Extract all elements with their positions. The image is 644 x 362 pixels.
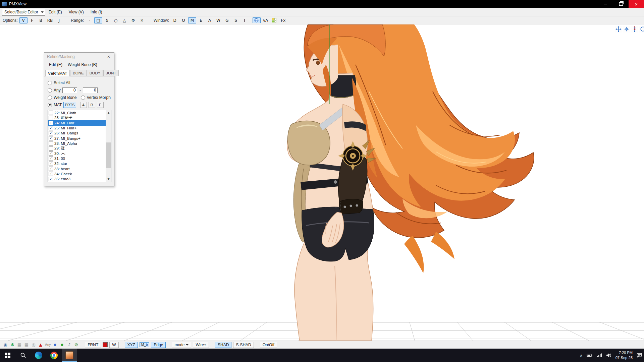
volume-icon[interactable] xyxy=(606,353,611,358)
range-circle-button[interactable]: ○ xyxy=(112,17,120,23)
material-row[interactable]: 31: 00 xyxy=(48,156,106,161)
tab-body[interactable]: BODY xyxy=(87,70,103,76)
mb-toggle-button[interactable]: M_b xyxy=(140,342,149,347)
range-square-button[interactable]: □ xyxy=(94,17,102,23)
material-checkbox[interactable] xyxy=(49,157,53,161)
material-row[interactable]: 23: 前裙子 xyxy=(48,115,106,120)
options-b-button[interactable]: B xyxy=(37,17,45,23)
panel-menu-weight-bone[interactable]: Weight Bone (B) xyxy=(66,62,99,68)
titlebar[interactable]: PMXView × xyxy=(0,0,644,8)
scroll-up-icon[interactable]: ▲ xyxy=(106,110,111,115)
vertex-dot-blue-icon[interactable]: ● xyxy=(52,343,58,346)
taskbar-app-chrome[interactable] xyxy=(46,349,62,362)
mode-dropdown[interactable]: mode xyxy=(172,342,191,348)
taskbar-clock[interactable]: 7:20 PM 07-Sep-25 xyxy=(615,350,633,360)
window-a-button[interactable]: A xyxy=(206,17,214,23)
tab-vert-mat[interactable]: VERT/MAT xyxy=(45,70,70,76)
any-radio[interactable] xyxy=(48,88,52,93)
view-center-icon[interactable]: ◉ xyxy=(3,343,8,347)
material-list-scrollbar[interactable]: ▲ ▼ xyxy=(106,110,111,182)
battery-icon[interactable] xyxy=(587,353,593,357)
sphere-axis-icon[interactable] xyxy=(253,17,261,23)
menu-info[interactable]: Info (I) xyxy=(87,9,106,15)
panel-close-icon[interactable]: × xyxy=(106,54,111,59)
window-o-button[interactable]: O xyxy=(179,17,187,23)
material-row[interactable]: 32: star xyxy=(48,161,106,166)
range-x-button[interactable]: × xyxy=(138,17,146,23)
material-row[interactable]: 35: emo3 xyxy=(48,176,106,181)
material-checkbox[interactable] xyxy=(49,172,53,176)
material-row[interactable]: 33: heart xyxy=(48,166,106,171)
xyz-toggle-button[interactable]: XYZ xyxy=(125,342,138,348)
snap-asterisk-icon[interactable]: ✻ xyxy=(10,343,15,347)
fx-button[interactable]: Fx xyxy=(279,17,287,23)
options-j-button[interactable]: J xyxy=(55,17,63,23)
range-phi-button[interactable]: Φ xyxy=(129,17,137,23)
options-f-button[interactable]: F xyxy=(28,17,36,23)
window-d-button[interactable]: D xyxy=(171,17,179,23)
tab-bone[interactable]: BONE xyxy=(70,70,87,76)
range-dot-button[interactable]: · xyxy=(86,17,94,23)
network-icon[interactable] xyxy=(597,353,602,357)
range-triangle-button[interactable]: △ xyxy=(120,17,128,23)
front-view-button[interactable]: FRNT xyxy=(85,342,101,348)
gear-icon[interactable]: ⚙ xyxy=(73,343,79,347)
scroll-down-icon[interactable]: ▼ xyxy=(106,177,111,182)
gizmo-rotate-icon[interactable] xyxy=(639,26,644,33)
circle-tool-icon[interactable]: ◎ xyxy=(31,343,36,347)
material-row[interactable]: 28: MI_Alpha xyxy=(48,141,106,146)
material-checkbox[interactable] xyxy=(49,121,53,125)
restore-button[interactable] xyxy=(613,0,629,8)
va-button[interactable]: vA xyxy=(261,17,270,23)
material-checkbox[interactable] xyxy=(49,131,53,135)
uv-grid-icon[interactable] xyxy=(270,17,278,23)
window-s-button[interactable]: S xyxy=(232,17,240,23)
gizmo-scale-icon[interactable] xyxy=(631,26,638,33)
window-g-button[interactable]: G xyxy=(223,17,231,23)
select-all-radio[interactable] xyxy=(48,81,52,85)
wire-toggle-button[interactable]: Wire+ xyxy=(193,342,209,348)
any-max-input[interactable] xyxy=(83,87,98,93)
material-row[interactable]: 22: MI_Cloth xyxy=(48,110,106,115)
panel-titlebar[interactable]: Refine/Masking × xyxy=(44,53,114,61)
options-v-button[interactable]: V xyxy=(19,17,28,23)
gizmo-pan-icon[interactable] xyxy=(623,26,630,33)
square-tool-icon-2[interactable]: ▦ xyxy=(24,343,29,347)
material-checkbox[interactable] xyxy=(49,111,53,115)
minimize-button[interactable] xyxy=(598,0,613,8)
material-checkbox[interactable] xyxy=(49,116,53,120)
mat-radio[interactable] xyxy=(48,103,52,107)
window-w-button[interactable]: W xyxy=(214,17,222,23)
mat-e-button[interactable]: E xyxy=(97,102,104,108)
weight-bone-radio[interactable] xyxy=(48,96,52,100)
material-checkbox[interactable] xyxy=(49,167,53,171)
bone-color-swatch[interactable] xyxy=(103,342,108,347)
vertex-dot-green-icon[interactable]: ● xyxy=(59,343,65,346)
prts-button[interactable]: PRTS xyxy=(63,102,76,108)
search-button[interactable] xyxy=(15,349,31,362)
note-icon[interactable]: ♪ xyxy=(66,343,72,347)
material-checkbox[interactable] xyxy=(49,162,53,166)
material-checkbox[interactable] xyxy=(49,141,53,145)
panel-menu-edit[interactable]: Edit (E) xyxy=(47,62,64,68)
square-tool-icon[interactable]: ▦ xyxy=(17,343,22,347)
mat-r-button[interactable]: R xyxy=(89,102,95,108)
editor-mode-select[interactable]: Select/Basic Editor xyxy=(2,9,45,16)
material-checkbox[interactable] xyxy=(49,177,53,181)
material-row[interactable]: 29: 冠 xyxy=(48,146,106,151)
shad-toggle-button[interactable]: SHAD xyxy=(215,342,231,348)
material-row[interactable]: 34: Cheek xyxy=(48,171,106,176)
menu-view[interactable]: View (V) xyxy=(65,9,87,15)
onoff-toggle-button[interactable]: On/Off xyxy=(260,342,277,348)
gizmo-move-icon[interactable] xyxy=(615,26,622,33)
material-checkbox[interactable] xyxy=(49,152,53,156)
triangle-tool-icon[interactable]: ▲ xyxy=(38,343,43,347)
material-row[interactable]: 24: MI_Hair xyxy=(48,120,106,125)
close-button[interactable]: × xyxy=(629,0,644,8)
material-checkbox[interactable] xyxy=(49,146,53,150)
any-min-input[interactable] xyxy=(62,87,77,93)
s-shad-toggle-button[interactable]: S-SHAD xyxy=(233,342,254,348)
mat-a-button[interactable]: A xyxy=(80,102,87,108)
edge-toggle-button[interactable]: Edge xyxy=(151,342,166,348)
taskbar-app-edge[interactable] xyxy=(31,349,46,362)
